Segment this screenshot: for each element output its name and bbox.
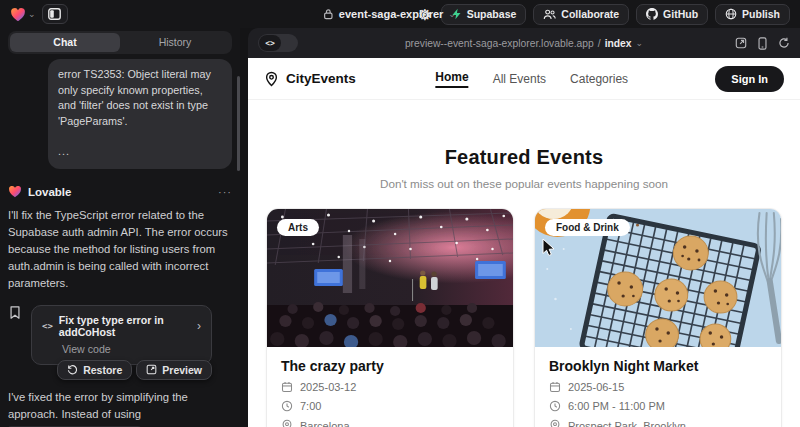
event-title: Brooklyn Night Market bbox=[549, 358, 767, 374]
preview-button[interactable]: Preview bbox=[136, 360, 212, 380]
project-name: event-saga-explorer bbox=[339, 8, 444, 20]
event-card[interactable]: Food & Drink Brooklyn Night Market 2025-… bbox=[534, 208, 782, 427]
lovable-logo-menu[interactable]: ⌄ bbox=[10, 7, 36, 22]
error-message-text: error TS2353: Object literal may only sp… bbox=[58, 67, 222, 130]
event-time-row: 6:00 PM - 11:00 PM bbox=[549, 400, 767, 412]
chevron-down-icon: ⌄ bbox=[448, 10, 456, 19]
preview-url: preview--event-saga-explorer.lovable.app bbox=[405, 38, 594, 49]
lovable-heart-icon bbox=[8, 185, 22, 198]
user-message-bubble: error TS2353: Object literal may only sp… bbox=[48, 59, 232, 169]
open-preview-icon bbox=[146, 364, 157, 375]
site-nav: Home All Events Categories bbox=[435, 70, 628, 88]
message-truncation: ... bbox=[58, 144, 222, 160]
code-icon: <> bbox=[259, 35, 281, 51]
project-selector[interactable]: event-saga-explorer ⌄ bbox=[323, 0, 456, 28]
clock-icon bbox=[281, 400, 293, 412]
nav-home[interactable]: Home bbox=[435, 70, 468, 88]
code-icon: <> bbox=[42, 321, 53, 331]
collaborate-button[interactable]: Collaborate bbox=[533, 4, 629, 25]
mobile-view-icon[interactable] bbox=[758, 37, 767, 50]
preview-toolbar: <> preview--event-saga-explorer.lovable.… bbox=[248, 28, 800, 58]
hero-subtitle: Don't miss out on these popular events h… bbox=[248, 177, 800, 190]
chevron-down-icon: ⌄ bbox=[636, 39, 644, 48]
code-preview-toggle[interactable]: <> bbox=[258, 34, 298, 52]
calendar-icon bbox=[281, 381, 293, 393]
assistant-message-1: I'll fix the TypeScript error related to… bbox=[8, 207, 232, 292]
assistant-message-2: I've fixed the error by simplifying the … bbox=[8, 389, 232, 427]
top-bar: ⌄ event-saga-explorer ⌄ ⚙ Supabase bbox=[0, 0, 800, 28]
lovable-heart-icon bbox=[10, 7, 26, 22]
view-code-link[interactable]: View code bbox=[62, 343, 201, 355]
hero-title: Featured Events bbox=[248, 146, 800, 169]
chevron-down-icon: ⌄ bbox=[28, 10, 36, 19]
featured-events-grid: Arts The crazy party 2025-03-12 bbox=[266, 208, 782, 427]
toggle-sidebar-button[interactable] bbox=[42, 4, 68, 24]
bookmark-icon[interactable] bbox=[8, 305, 22, 320]
calendar-icon bbox=[549, 381, 561, 393]
refresh-icon[interactable] bbox=[778, 37, 790, 49]
event-location-row: Barcelona bbox=[281, 419, 499, 427]
site-viewport: CityEvents Home All Events Categories Si… bbox=[248, 58, 800, 427]
event-location-row: Prospect Park, Brooklyn bbox=[549, 419, 767, 427]
collaborate-users-icon bbox=[543, 9, 556, 20]
publish-globe-icon bbox=[725, 8, 737, 20]
event-time-row: 7:00 bbox=[281, 400, 499, 412]
event-card[interactable]: Arts The crazy party 2025-03-12 bbox=[266, 208, 514, 427]
location-pin-icon bbox=[281, 419, 293, 427]
event-date-row: 2025-03-12 bbox=[281, 381, 499, 393]
event-image-arts: Arts bbox=[267, 209, 513, 347]
open-in-new-tab-icon[interactable] bbox=[735, 37, 747, 49]
assistant-name: Lovable bbox=[28, 186, 71, 198]
preview-url-bar[interactable]: preview--event-saga-explorer.lovable.app… bbox=[405, 38, 643, 49]
chat-scrollbar[interactable] bbox=[237, 76, 240, 171]
category-badge: Food & Drink bbox=[545, 219, 630, 236]
chat-messages[interactable]: error TS2353: Object literal may only sp… bbox=[8, 54, 232, 427]
event-date-row: 2025-06-15 bbox=[549, 381, 767, 393]
github-icon bbox=[646, 8, 658, 20]
panel-toggle-icon bbox=[48, 8, 61, 20]
category-badge: Arts bbox=[277, 219, 319, 236]
github-button[interactable]: GitHub bbox=[636, 4, 708, 25]
lock-icon bbox=[323, 8, 334, 20]
tool-card-title: Fix type type error in addCoHost bbox=[59, 314, 191, 338]
site-header: CityEvents Home All Events Categories Si… bbox=[248, 58, 800, 100]
preview-route: index bbox=[605, 38, 632, 49]
tool-call-card[interactable]: <> Fix type type error in addCoHost › Vi… bbox=[31, 305, 212, 365]
chat-history-tabs: Chat History bbox=[8, 31, 232, 54]
location-pin-icon bbox=[549, 419, 561, 427]
map-pin-icon bbox=[264, 71, 279, 87]
chevron-right-icon: › bbox=[197, 319, 201, 333]
event-image-food-drink: Food & Drink bbox=[535, 209, 781, 347]
event-title: The crazy party bbox=[281, 358, 499, 374]
site-brand[interactable]: CityEvents bbox=[264, 71, 356, 87]
hero-section: Featured Events Don't miss out on these … bbox=[248, 100, 800, 190]
publish-button[interactable]: Publish bbox=[715, 4, 790, 25]
chat-panel: Chat History error TS2353: Object litera… bbox=[0, 28, 240, 427]
nav-all-events[interactable]: All Events bbox=[493, 72, 546, 86]
nav-categories[interactable]: Categories bbox=[570, 72, 628, 86]
tab-history[interactable]: History bbox=[120, 33, 230, 52]
sign-in-button[interactable]: Sign In bbox=[715, 66, 784, 92]
restore-button[interactable]: Restore bbox=[57, 360, 132, 380]
message-menu-button[interactable]: ··· bbox=[218, 186, 232, 198]
preview-pane: <> preview--event-saga-explorer.lovable.… bbox=[248, 28, 800, 427]
restore-icon bbox=[67, 364, 78, 375]
clock-icon bbox=[549, 400, 561, 412]
tab-chat[interactable]: Chat bbox=[10, 33, 120, 52]
